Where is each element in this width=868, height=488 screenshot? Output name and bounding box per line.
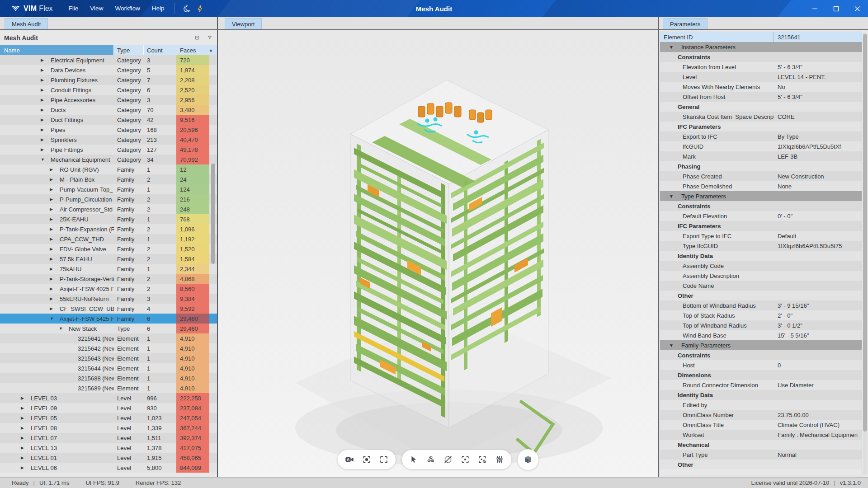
- viewport-3d[interactable]: A A: [218, 30, 658, 477]
- table-row[interactable]: 3215689 (New StackElement14,910: [0, 383, 217, 393]
- table-row[interactable]: ▶LEVEL 13Level1,378417,075: [0, 443, 217, 453]
- pointer-button[interactable]: [406, 452, 421, 467]
- expand-arrow[interactable]: ▶: [50, 194, 53, 204]
- tab-mesh-audit[interactable]: Mesh Audit: [5, 18, 48, 29]
- expand-arrow[interactable]: ▶: [41, 95, 44, 105]
- table-row[interactable]: ▶SprinklersCategory21340,470: [0, 135, 217, 145]
- close-button[interactable]: [847, 0, 868, 17]
- table-row[interactable]: ▶LEVEL 05Level1,023247,054: [0, 413, 217, 423]
- right-scrollbar-thumb[interactable]: [863, 34, 867, 432]
- table-row[interactable]: ▶55kERU-NoReturnFamily39,384: [0, 294, 217, 304]
- expand-arrow[interactable]: ▶: [41, 65, 44, 75]
- table-row[interactable]: ▼Axijet-F-FSW 5425 FanFamily629,460: [0, 314, 217, 324]
- expand-arrow[interactable]: ▶: [50, 274, 53, 284]
- table-row[interactable]: ▼New StackType629,460: [0, 324, 217, 333]
- table-row[interactable]: ▶57.5k EAHUFamily21,584: [0, 254, 217, 264]
- expand-arrow[interactable]: ▶: [41, 55, 44, 65]
- expand-arrow[interactable]: ▼: [50, 314, 54, 324]
- expand-arrow[interactable]: ▶: [50, 214, 53, 224]
- table-row[interactable]: ▼Mechanical EquipmentCategory3470,992: [0, 155, 217, 164]
- parameter-section[interactable]: ▼Family Parameters: [660, 340, 862, 350]
- expand-arrow[interactable]: ▶: [50, 304, 53, 314]
- table-row[interactable]: ▶P-Tank-Expansion (RGFamily21,096: [0, 224, 217, 234]
- table-row[interactable]: 3215644 (New StackElement14,910: [0, 363, 217, 373]
- column-header-count[interactable]: Count: [144, 45, 176, 55]
- menu-file[interactable]: File: [63, 0, 85, 17]
- expand-arrow[interactable]: ▶: [50, 174, 53, 184]
- table-row[interactable]: ▶Pipe AccessoriesCategory32,956: [0, 95, 217, 105]
- table-row[interactable]: 3215643 (New StackElement14,910: [0, 353, 217, 363]
- expand-arrow[interactable]: ▶: [41, 115, 44, 125]
- model-3d[interactable]: [268, 66, 612, 477]
- left-scrollbar-thumb[interactable]: [211, 164, 215, 264]
- table-row[interactable]: ▶Plumbing FixturesCategory72,208: [0, 75, 217, 85]
- menu-help[interactable]: Help: [146, 0, 170, 17]
- focus-button[interactable]: [458, 452, 473, 467]
- table-row[interactable]: ▶Pump-Vacuum-Top_Family1124: [0, 184, 217, 194]
- column-header-name[interactable]: Name: [0, 45, 114, 55]
- expand-arrow[interactable]: ▶: [50, 244, 53, 254]
- table-row[interactable]: ▶PipesCategory16820,596: [0, 125, 217, 135]
- expand-arrow[interactable]: ▶: [21, 443, 24, 453]
- collapse-arrow[interactable]: ▼: [669, 45, 681, 50]
- expand-arrow[interactable]: ▶: [50, 164, 53, 174]
- minimize-button[interactable]: [804, 0, 826, 17]
- table-row[interactable]: ▶P-Pump_Circulation-Family2216: [0, 194, 217, 204]
- splitter-left[interactable]: [217, 17, 218, 477]
- table-row[interactable]: ▶M - Plain BoxFamily224: [0, 174, 217, 184]
- expand-arrow[interactable]: ▶: [21, 403, 24, 413]
- table-row[interactable]: ▶Axijet-F-FSW 4025 FanFamily28,560: [0, 284, 217, 294]
- table-row[interactable]: ▶CF_SWSI_CCW_UBD_Family49,592: [0, 304, 217, 314]
- column-header-faces[interactable]: Faces▲: [176, 45, 217, 55]
- expand-arrow[interactable]: ▶: [50, 184, 53, 194]
- expand-arrow[interactable]: ▶: [21, 423, 24, 433]
- table-row[interactable]: ▶LEVEL 06Level5,800844,089: [0, 463, 217, 473]
- record-camera-button[interactable]: A: [342, 452, 357, 467]
- collapse-arrow[interactable]: ▼: [669, 194, 681, 199]
- view-cube-button[interactable]: [520, 452, 536, 467]
- expand-arrow[interactable]: ▶: [41, 75, 44, 85]
- collapse-arrow[interactable]: ▼: [669, 343, 681, 348]
- maximize-button[interactable]: [826, 0, 847, 17]
- table-row[interactable]: ▶Conduit FittingsCategory62,520: [0, 85, 217, 95]
- expand-arrow[interactable]: ▶: [50, 234, 53, 244]
- table-row[interactable]: ▶Air Compressor_StdFamily2248: [0, 204, 217, 214]
- dark-mode-button[interactable]: [179, 2, 193, 15]
- table-row[interactable]: ▶25K-EAHUFamily1768: [0, 214, 217, 224]
- expand-arrow[interactable]: ▶: [50, 224, 53, 234]
- performance-button[interactable]: [193, 2, 207, 15]
- filter-button[interactable]: [205, 33, 215, 43]
- expand-arrow[interactable]: ▼: [59, 324, 63, 333]
- expand-arrow[interactable]: ▶: [41, 135, 44, 145]
- fit-frame-button[interactable]: [376, 452, 392, 467]
- splitter-right[interactable]: [658, 17, 659, 477]
- parameter-section[interactable]: ▼Instance Parameters: [660, 42, 862, 52]
- expand-arrow[interactable]: ▶: [41, 85, 44, 95]
- column-header-type[interactable]: Type: [114, 45, 144, 55]
- table-row[interactable]: ▶DuctsCategory703,480: [0, 105, 217, 115]
- table-row[interactable]: ▶RO Unit (RGV)Family112: [0, 164, 217, 174]
- table-row[interactable]: ▶CPA_CCW_THDFamily11,192: [0, 234, 217, 244]
- expand-arrow[interactable]: ▶: [21, 433, 24, 443]
- expand-arrow[interactable]: ▶: [41, 125, 44, 135]
- expand-arrow[interactable]: ▶: [21, 413, 24, 423]
- expand-arrow[interactable]: ▼: [41, 155, 45, 164]
- table-row[interactable]: ▶LEVEL 09Level930237,084: [0, 403, 217, 413]
- table-row[interactable]: ▶FDV- Globe ValveFamily21,520: [0, 244, 217, 254]
- table-row[interactable]: 3215688 (New StackElement14,910: [0, 373, 217, 383]
- element-id-row[interactable]: Element ID 3215641: [660, 32, 862, 42]
- display-settings-button[interactable]: [492, 452, 507, 467]
- table-row[interactable]: ▶LEVEL 08Level1,339367,244: [0, 423, 217, 433]
- parameter-section[interactable]: ▼Type Parameters: [660, 191, 862, 201]
- collapse-all-button[interactable]: [192, 33, 202, 43]
- expand-arrow[interactable]: ▶: [41, 145, 44, 155]
- table-row[interactable]: ▶Pipe FittingsCategory12749,178: [0, 145, 217, 155]
- expand-arrow[interactable]: ▶: [50, 284, 53, 294]
- table-row[interactable]: ▶Data DevicesCategory51,974: [0, 65, 217, 75]
- table-row[interactable]: ▶LEVEL 03Level996222,250: [0, 393, 217, 403]
- expand-arrow[interactable]: ▶: [50, 264, 53, 274]
- table-row[interactable]: 3215641 (New StackElement14,910: [0, 333, 217, 343]
- expand-arrow[interactable]: ▶: [21, 393, 24, 403]
- tab-viewport[interactable]: Viewport: [225, 18, 262, 29]
- expand-arrow[interactable]: ▶: [41, 105, 44, 115]
